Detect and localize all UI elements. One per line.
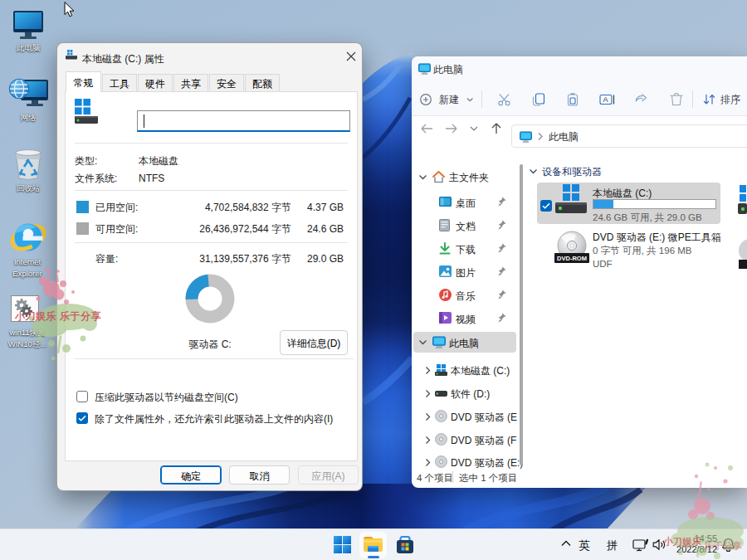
svg-text:乐于分享: 乐于分享 [703, 540, 743, 551]
svg-text:小刀娱乐: 小刀娱乐 [662, 536, 702, 548]
svg-text:新建: 新建 [439, 94, 459, 105]
svg-text:小刀娱乐: 小刀娱乐 [14, 310, 56, 322]
svg-text:乐于分享: 乐于分享 [59, 310, 102, 322]
svg-text:排序: 排序 [720, 94, 740, 105]
svg-text:A: A [603, 95, 608, 104]
svg-text:DVD-ROM: DVD-ROM [557, 255, 587, 262]
